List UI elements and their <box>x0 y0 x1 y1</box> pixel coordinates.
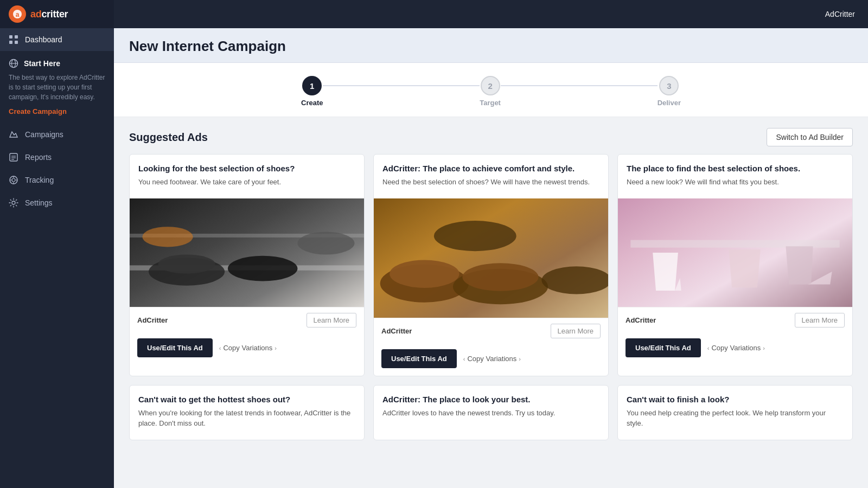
ad-card-1-copy-variations[interactable]: ‹ Copy Variations › <box>219 344 277 352</box>
chevron-left-icon-2: ‹ <box>463 356 465 362</box>
step-deliver: 3 Deliver <box>658 76 681 107</box>
step-create: 1 Create <box>301 76 323 107</box>
svg-point-34 <box>434 221 516 251</box>
settings-label: Settings <box>25 198 53 207</box>
svg-rect-4 <box>9 41 12 44</box>
switch-builder-button[interactable]: Switch to Ad Builder <box>767 128 853 146</box>
ad-card-3: The place to find the best selection of … <box>617 154 853 376</box>
ad-card-2-body: AdCritter: The place to achieve comfort … <box>374 155 608 198</box>
dashboard-label: Dashboard <box>25 35 62 44</box>
ad-card-3-brand: AdCritter <box>626 316 656 324</box>
campaigns-label: Campaigns <box>25 130 63 139</box>
ad-card-6: Can't wait to finish a look? You need he… <box>617 385 853 440</box>
svg-point-30 <box>390 260 459 288</box>
reports-icon <box>9 152 18 162</box>
sidebar-item-reports[interactable]: Reports <box>0 146 114 169</box>
ad-card-3-learn-more[interactable]: Learn More <box>795 313 845 328</box>
chevron-right-icon-1: › <box>275 345 277 351</box>
svg-point-24 <box>158 255 215 274</box>
ad-card-2-desc: Need the best selection of shoes? We wil… <box>382 177 599 188</box>
reports-label: Reports <box>25 153 52 162</box>
stepper: 1 Create 2 Target 3 Deliver <box>301 76 681 107</box>
suggested-ads-title: Suggested Ads <box>129 131 208 144</box>
svg-marker-37 <box>653 253 678 291</box>
ad-card-2-learn-more[interactable]: Learn More <box>551 324 601 338</box>
user-name: AdCritter <box>825 10 855 18</box>
svg-point-25 <box>228 256 297 281</box>
sidebar-item-tracking[interactable]: Tracking <box>0 169 114 191</box>
ad-card-4: Can't wait to get the hottest shoes out?… <box>129 385 365 440</box>
ad-card-2-brand: AdCritter <box>381 327 412 335</box>
ad-card-2-image <box>374 198 608 318</box>
step-target: 2 Target <box>480 76 501 107</box>
svg-rect-2 <box>9 35 12 38</box>
svg-point-33 <box>541 266 608 294</box>
svg-text:a: a <box>16 11 20 18</box>
svg-point-32 <box>462 263 538 291</box>
svg-point-19 <box>12 201 15 204</box>
step-line-2 <box>501 85 658 86</box>
ad-card-3-desc: Need a new look? We will find what fits … <box>627 177 844 188</box>
ad-card-3-use-edit-button[interactable]: Use/Edit This Ad <box>626 338 701 357</box>
sidebar-item-campaigns[interactable]: Campaigns <box>0 123 114 146</box>
ad-card-4-body: Can't wait to get the hottest shoes out?… <box>130 386 364 440</box>
ad-card-1: Looking for the best selection of shoes?… <box>129 154 365 376</box>
ad-card-1-body: Looking for the best selection of shoes?… <box>130 155 364 198</box>
ad-card-3-copy-variations[interactable]: ‹ Copy Variations › <box>707 344 765 352</box>
settings-icon <box>9 198 18 208</box>
ad-card-1-image <box>130 198 364 307</box>
start-here-label: Start Here <box>24 59 60 68</box>
page-header: New Internet Campaign <box>114 28 868 63</box>
ad-card-5-title: AdCritter: The place to look your best. <box>382 394 599 405</box>
campaigns-icon <box>9 130 18 139</box>
svg-rect-3 <box>15 35 18 38</box>
ad-card-2-title: AdCritter: The place to achieve comfort … <box>382 163 599 174</box>
chevron-right-icon-3: › <box>763 345 765 351</box>
sidebar-item-dashboard[interactable]: Dashboard <box>0 28 114 51</box>
ad-card-4-desc: When you're looking for the latest trend… <box>138 408 355 429</box>
svg-point-27 <box>142 227 193 247</box>
ad-card-2-use-edit-button[interactable]: Use/Edit This Ad <box>381 349 457 368</box>
start-here-description: The best way to explore AdCritter is to … <box>9 73 105 102</box>
ad-card-6-body: Can't wait to finish a look? You need he… <box>618 386 852 440</box>
svg-marker-39 <box>729 249 760 287</box>
ad-card-1-footer: AdCritter Learn More <box>130 307 364 333</box>
ad-card-1-use-edit-button[interactable]: Use/Edit This Ad <box>137 338 213 357</box>
step-2-circle: 2 <box>481 76 500 95</box>
ad-card-3-footer: AdCritter Learn More <box>618 307 852 333</box>
svg-point-14 <box>12 178 15 182</box>
ad-card-4-title: Can't wait to get the hottest shoes out? <box>138 394 355 405</box>
stepper-container: 1 Create 2 Target 3 Deliver <box>114 63 868 117</box>
step-2-label: Target <box>480 99 501 107</box>
ad-card-1-actions: Use/Edit This Ad ‹ Copy Variations › <box>130 333 364 365</box>
ad-card-1-learn-more[interactable]: Learn More <box>307 313 356 328</box>
tracking-label: Tracking <box>25 176 54 184</box>
ads-grid: Looking for the best selection of shoes?… <box>114 154 868 451</box>
ad-card-2-copy-variations[interactable]: ‹ Copy Variations › <box>463 355 521 363</box>
ad-card-3-actions: Use/Edit This Ad ‹ Copy Variations › <box>618 333 852 365</box>
start-here-section: Start Here The best way to explore AdCri… <box>0 51 114 123</box>
sidebar-item-settings[interactable]: Settings <box>0 191 114 214</box>
step-line-1 <box>323 85 480 86</box>
ad-card-2: AdCritter: The place to achieve comfort … <box>373 154 609 376</box>
step-3-label: Deliver <box>658 99 681 107</box>
svg-marker-41 <box>786 246 813 284</box>
svg-rect-9 <box>10 153 17 161</box>
ad-card-1-title: Looking for the best selection of shoes? <box>138 163 355 174</box>
tracking-icon <box>9 175 18 185</box>
logo-text: adcritter <box>30 9 68 20</box>
svg-point-26 <box>297 232 354 255</box>
ad-card-5-body: AdCritter: The place to look your best. … <box>374 386 608 429</box>
step-1-label: Create <box>301 99 323 107</box>
ad-card-5-desc: AdCritter loves to have the newest trend… <box>382 408 599 419</box>
ad-card-6-title: Can't wait to finish a look? <box>627 394 844 405</box>
ad-card-5: AdCritter: The place to look your best. … <box>373 385 609 440</box>
sidebar-item-start-here[interactable]: Start Here <box>9 59 105 68</box>
create-campaign-link[interactable]: Create Campaign <box>9 107 105 115</box>
globe-icon <box>9 59 18 68</box>
ad-card-6-desc: You need help creating the perfect look.… <box>627 408 844 429</box>
suggested-ads-header: Suggested Ads Switch to Ad Builder <box>114 117 868 154</box>
app-logo: a adcritter <box>0 0 114 28</box>
sidebar: a adcritter Dashboard Start Here The bes… <box>0 0 114 488</box>
step-1-circle: 1 <box>302 76 322 95</box>
